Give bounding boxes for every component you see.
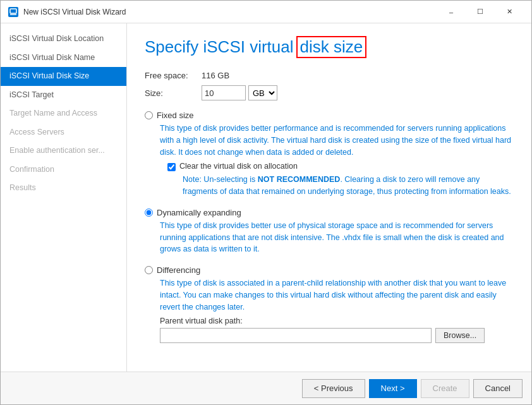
size-row: Size: MB GB TB xyxy=(145,85,514,100)
parent-path-input[interactable] xyxy=(160,328,432,343)
sidebar-item-iscsi-virtual-disk-location[interactable]: iSCSI Virtual Disk Location xyxy=(1,30,126,49)
size-unit-select[interactable]: MB GB TB xyxy=(248,85,277,100)
differencing-description: This type of disk is associated in a par… xyxy=(160,277,514,313)
cancel-button[interactable]: Cancel xyxy=(473,379,523,398)
window-controls: – ☐ ✕ xyxy=(437,3,524,21)
sidebar-item-iscsi-virtual-disk-name[interactable]: iSCSI Virtual Disk Name xyxy=(1,49,126,68)
fixed-size-label[interactable]: Fixed size xyxy=(157,111,194,120)
fixed-size-radio[interactable] xyxy=(145,111,153,119)
wizard-window: New iSCSI Virtual Disk Wizard – ☐ ✕ iSCS… xyxy=(0,0,532,405)
main-panel: Specify iSCSI virtual disk size Free spa… xyxy=(127,23,531,372)
next-button[interactable]: Next > xyxy=(369,379,417,398)
clear-disk-label[interactable]: Clear the virtual disk on allocation xyxy=(179,162,298,171)
close-button[interactable]: ✕ xyxy=(495,3,524,21)
differencing-label[interactable]: Differencing xyxy=(157,265,200,275)
minimize-button[interactable]: – xyxy=(437,3,466,21)
sidebar-item-iscsi-target[interactable]: iSCSI Target xyxy=(1,86,126,105)
clear-disk-checkbox[interactable] xyxy=(167,163,176,171)
app-icon xyxy=(8,7,18,17)
sidebar-item-iscsi-virtual-disk-size[interactable]: iSCSI Virtual Disk Size xyxy=(1,67,126,86)
sidebar-item-confirmation: Confirmation xyxy=(1,160,126,179)
dynamic-expanding-label[interactable]: Dynamically expanding xyxy=(157,208,241,217)
sidebar-item-enable-authentication: Enable authentication ser... xyxy=(1,142,126,160)
dynamic-expanding-radio[interactable] xyxy=(145,209,153,217)
sidebar-item-target-name-and-access: Target Name and Access xyxy=(1,104,126,123)
dynamic-expanding-description: This type of disk provides better use of… xyxy=(160,220,514,255)
sidebar-item-access-servers: Access Servers xyxy=(1,123,126,142)
parent-path-row: Browse... xyxy=(160,328,514,343)
clear-disk-note: Note: Un-selecting is NOT RECOMMENDED. C… xyxy=(183,174,514,198)
title-bar: New iSCSI Virtual Disk Wizard – ☐ ✕ xyxy=(1,1,531,23)
free-space-label: Free space: xyxy=(145,71,202,80)
dynamic-radio-row: Dynamically expanding xyxy=(145,208,514,217)
dynamic-expanding-section: Dynamically expanding This type of disk … xyxy=(145,208,514,255)
browse-button[interactable]: Browse... xyxy=(435,328,485,343)
free-space-row: Free space: 116 GB xyxy=(145,71,514,80)
clear-disk-checkbox-row: Clear the virtual disk on allocation xyxy=(167,162,514,171)
page-title-plain: Specify iSCSI virtual xyxy=(145,37,294,57)
differencing-radio-row: Differencing xyxy=(145,265,514,275)
previous-button[interactable]: < Previous xyxy=(302,379,365,398)
fixed-size-radio-row: Fixed size xyxy=(145,111,514,120)
fixed-size-section: Fixed size This type of disk provides be… xyxy=(145,111,514,198)
footer: < Previous Next > Create Cancel xyxy=(1,372,531,404)
sidebar-item-results: Results xyxy=(1,179,126,198)
size-input[interactable] xyxy=(202,85,246,100)
sidebar: iSCSI Virtual Disk Location iSCSI Virtua… xyxy=(1,23,127,372)
content-area: iSCSI Virtual Disk Location iSCSI Virtua… xyxy=(1,23,531,372)
create-button[interactable]: Create xyxy=(421,379,469,398)
parent-path-label: Parent virtual disk path: xyxy=(160,317,514,325)
fixed-size-description: This type of disk provides better perfor… xyxy=(160,123,514,158)
maximize-button[interactable]: ☐ xyxy=(466,3,495,21)
svg-rect-0 xyxy=(10,9,16,13)
page-title-highlight: disk size xyxy=(296,36,367,58)
free-space-value: 116 GB xyxy=(202,71,229,80)
size-label: Size: xyxy=(145,88,202,98)
differencing-section: Differencing This type of disk is associ… xyxy=(145,265,514,343)
differencing-radio[interactable] xyxy=(145,266,153,274)
size-input-group: MB GB TB xyxy=(202,85,277,100)
window-title: New iSCSI Virtual Disk Wizard xyxy=(23,8,126,16)
page-header: Specify iSCSI virtual disk size xyxy=(145,36,514,58)
